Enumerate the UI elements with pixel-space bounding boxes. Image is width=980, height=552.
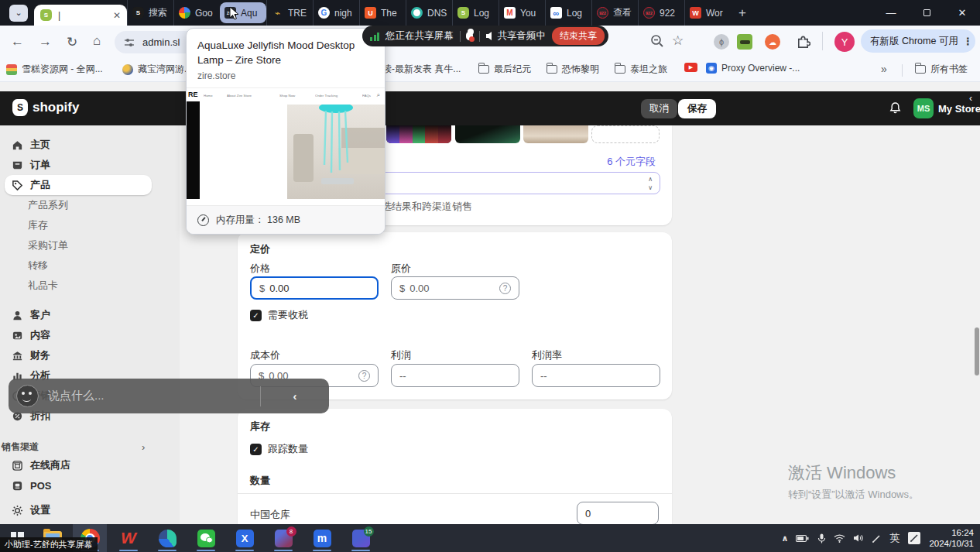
tray-chevron-up-icon[interactable]: ∧ — [782, 533, 789, 543]
tab-the[interactable]: UThe — [359, 0, 406, 26]
battery-icon[interactable] — [796, 534, 810, 543]
sidebar-item-customers[interactable]: 客户 — [0, 305, 180, 325]
restore-button[interactable] — [909, 0, 944, 26]
sidebar-item-transfers[interactable]: 转移 — [0, 255, 180, 276]
zoom-out-icon[interactable] — [650, 34, 664, 51]
product-thumbnail-variants[interactable] — [386, 125, 451, 143]
close-button[interactable]: ✕ — [944, 0, 980, 26]
help-icon[interactable]: ? — [499, 283, 511, 294]
tab-close-icon[interactable]: ✕ — [113, 10, 121, 21]
sidebar-item-products[interactable]: 产品 — [5, 175, 152, 195]
tab-dns[interactable]: DNS — [406, 0, 452, 26]
m-app-button[interactable]: m — [305, 524, 339, 552]
bookmark-folder-lastepoch[interactable]: 最后纪元 — [478, 63, 531, 76]
sidebar-item-finance[interactable]: 财务 — [0, 345, 180, 365]
meeting-app-button[interactable]: 8 — [266, 524, 300, 552]
margin-input[interactable]: -- — [532, 364, 660, 387]
collapse-widget-button[interactable]: ‹ — [261, 389, 329, 403]
wps-taskbar-button[interactable]: W — [111, 524, 146, 552]
end-share-button[interactable]: 结束共享 — [552, 27, 605, 45]
ime-indicator[interactable]: 英 — [889, 531, 899, 545]
store-avatar[interactable]: MS — [913, 98, 934, 118]
tab-aqualuxe[interactable]: ZIRAqu — [220, 2, 266, 23]
product-thumbnail[interactable] — [523, 125, 588, 143]
tab-tre[interactable]: ⌁TRE — [266, 0, 313, 26]
tab-goo[interactable]: Goo — [173, 0, 220, 26]
extension-cloud-icon[interactable]: ☁ — [765, 34, 780, 50]
bookmark-youtube[interactable]: ▶ — [684, 63, 697, 72]
extension-green-icon[interactable] — [737, 34, 752, 50]
sales-channels-header[interactable]: 销售渠道 › — [0, 438, 180, 455]
profile-avatar[interactable]: Y — [834, 32, 855, 52]
bookmark-star-icon[interactable]: ☆ — [672, 33, 684, 49]
sidebar-item-online-store[interactable]: 在线商店 — [0, 455, 180, 475]
sidebar-item-orders[interactable]: 订单 — [0, 155, 180, 175]
minimize-button[interactable]: — — [873, 0, 909, 26]
tab-922[interactable]: 922922 — [638, 0, 684, 26]
chevron-left-icon[interactable]: ‹ — [969, 93, 972, 104]
bookmarks-overflow-chevron[interactable]: » — [881, 63, 887, 75]
app-15-button[interactable]: 15 — [344, 524, 378, 552]
kebab-menu-icon[interactable]: ⋮ — [963, 36, 973, 47]
product-thumbnail[interactable] — [455, 125, 520, 143]
profit-input[interactable]: -- — [391, 364, 519, 387]
sidebar-item-settings[interactable]: 设置 — [0, 500, 180, 520]
wifi-icon[interactable] — [834, 533, 845, 543]
forward-icon[interactable]: → — [39, 34, 52, 50]
sidebar-item-gift-cards[interactable]: 礼品卡 — [0, 276, 180, 296]
volume-icon[interactable] — [853, 533, 864, 543]
all-bookmarks[interactable]: 所有书签 — [915, 63, 968, 76]
bookmark-partial[interactable]: 读-最新发表 真牛... — [382, 63, 461, 76]
x-app-button[interactable]: X — [228, 524, 262, 552]
microphone-icon[interactable] — [817, 533, 826, 543]
extension-gray-icon[interactable]: ϕ — [714, 34, 729, 50]
teal-app-button[interactable] — [150, 524, 184, 552]
bookmark-zangbaowan[interactable]: 藏宝湾网游... — [122, 63, 192, 76]
bookmark-xuegao[interactable]: 雪糕资源网 - 全网... — [6, 63, 103, 76]
tab-you[interactable]: MYou — [499, 0, 545, 26]
quantity-input[interactable]: 0 — [577, 502, 659, 525]
add-media-tile[interactable] — [591, 125, 660, 143]
tab-sousuo[interactable]: S搜索 — [127, 0, 173, 26]
price-input[interactable]: $ 0.00 — [250, 276, 379, 300]
checkbox-checked-icon[interactable]: ✓ — [250, 310, 262, 321]
sidebar-item-content[interactable]: 内容 — [0, 325, 180, 345]
notifications-bell-icon[interactable] — [889, 101, 902, 118]
tablet-note-icon[interactable] — [907, 531, 921, 545]
help-icon[interactable]: ? — [358, 370, 370, 382]
tab-log1[interactable]: SLog — [452, 0, 499, 26]
tab-nigh[interactable]: Gnigh — [313, 0, 359, 26]
bookmark-folder-titanquest[interactable]: 泰坦之旅 — [615, 63, 667, 76]
extensions-puzzle-icon[interactable] — [796, 34, 810, 52]
home-icon[interactable]: ⌂ — [93, 33, 101, 49]
pen-icon[interactable] — [872, 533, 882, 543]
tray-clock[interactable]: 16:24 2024/10/31 — [929, 527, 974, 549]
metafields-link[interactable]: 6 个元字段 — [607, 155, 656, 169]
sidebar-item-collections[interactable]: 产品系列 — [0, 195, 180, 215]
checkbox-checked-icon[interactable]: ✓ — [250, 444, 262, 455]
active-tab[interactable]: S | ✕ — [34, 5, 127, 26]
sidebar-item-purchase-orders[interactable]: 采购订单 — [0, 235, 180, 255]
new-tab-button[interactable]: + — [738, 5, 746, 21]
chrome-update-pill[interactable]: 有新版 Chrome 可用 ⋮ — [861, 29, 975, 53]
track-quantity-row[interactable]: ✓ 跟踪数量 — [250, 442, 308, 456]
save-button[interactable]: 保存 — [678, 99, 716, 118]
floating-chat-widget[interactable]: 说点什么... ‹ — [9, 379, 329, 413]
tab-chakan[interactable]: 922查看 — [591, 0, 638, 26]
page-scrollbar[interactable] — [975, 327, 979, 375]
tab-wor[interactable]: WWor — [684, 0, 731, 26]
tax-checkbox-row[interactable]: ✓ 需要收税 — [250, 308, 308, 322]
wechat-taskbar-button[interactable] — [189, 524, 223, 552]
tab-log2[interactable]: ∞Log — [545, 0, 591, 26]
chat-input-placeholder[interactable]: 说点什么... — [48, 389, 260, 403]
bookmark-proxy[interactable]: ◉Proxy Overview -... — [706, 63, 800, 74]
tab-search-button[interactable]: ⌄ — [9, 5, 28, 22]
bookmark-folder-grimdawn[interactable]: 恐怖黎明 — [547, 63, 599, 76]
cancel-button[interactable]: 取消 — [641, 99, 677, 118]
sidebar-item-home[interactable]: 主页 — [0, 135, 180, 155]
back-icon[interactable]: ← — [11, 34, 24, 50]
compare-price-input[interactable]: $ 0.00 ? — [391, 276, 519, 300]
reload-icon[interactable]: ↻ — [67, 34, 77, 50]
sidebar-item-pos[interactable]: POS — [0, 475, 180, 495]
sidebar-item-inventory[interactable]: 库存 — [0, 215, 180, 235]
